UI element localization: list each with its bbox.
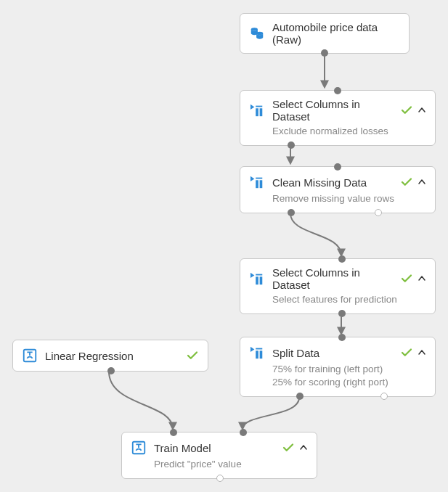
node-title: Clean Missing Data: [272, 176, 394, 189]
node-linear-regression[interactable]: Linear Regression: [12, 340, 208, 372]
svg-rect-11: [256, 350, 258, 358]
check-icon: [400, 104, 413, 117]
svg-rect-7: [256, 178, 262, 179]
node-title: Select Columns in Dataset: [272, 266, 394, 291]
select-columns-icon: [249, 271, 265, 287]
node-subtitle: Exclude normalized losses: [272, 125, 426, 138]
connector-lines: [0, 0, 448, 492]
node-train-model[interactable]: Train Model Predict "price" value: [121, 432, 317, 479]
check-icon: [282, 441, 295, 454]
node-split-data[interactable]: Split Data 75% for training (left port) …: [240, 337, 436, 397]
dataset-icon: [249, 25, 265, 41]
node-title: Train Model: [154, 442, 276, 454]
svg-rect-9: [260, 276, 263, 284]
svg-rect-10: [256, 274, 262, 276]
svg-rect-6: [260, 180, 263, 188]
select-columns-icon: [249, 174, 265, 190]
node-title: Split Data: [272, 347, 394, 359]
collapse-caret-icon[interactable]: [418, 106, 426, 115]
node-select-columns-1[interactable]: Select Columns in Dataset Exclude normal…: [240, 90, 436, 146]
svg-point-0: [251, 28, 258, 30]
check-icon: [400, 176, 413, 189]
node-automobile-price-data[interactable]: Automobile price data (Raw): [240, 13, 410, 54]
collapse-caret-icon[interactable]: [418, 274, 426, 283]
node-title: Linear Regression: [45, 350, 180, 362]
select-columns-icon: [249, 345, 265, 361]
model-icon: [131, 440, 147, 456]
node-subtitle-line2: 25% for scoring (right port): [272, 376, 426, 389]
node-subtitle: Predict "price" value: [154, 458, 308, 471]
collapse-caret-icon[interactable]: [418, 178, 426, 186]
node-title: Automobile price data (Raw): [272, 21, 400, 46]
node-select-columns-2[interactable]: Select Columns in Dataset Select feature…: [240, 258, 436, 314]
pipeline-canvas[interactable]: Automobile price data (Raw) Select Colum…: [0, 0, 448, 492]
svg-rect-5: [256, 180, 258, 188]
svg-rect-8: [256, 276, 258, 284]
check-icon: [400, 346, 413, 359]
svg-rect-2: [256, 108, 258, 116]
collapse-caret-icon[interactable]: [299, 443, 308, 452]
svg-rect-12: [260, 350, 263, 358]
select-columns-icon: [249, 102, 265, 118]
node-clean-missing-data[interactable]: Clean Missing Data Remove missing value …: [240, 166, 436, 213]
node-subtitle-line1: 75% for training (left port): [272, 363, 426, 376]
svg-rect-4: [256, 106, 262, 107]
svg-rect-13: [256, 348, 262, 350]
node-subtitle: Remove missing value rows: [272, 192, 426, 205]
svg-point-1: [256, 32, 263, 35]
collapse-caret-icon[interactable]: [418, 348, 426, 357]
node-title: Select Columns in Dataset: [272, 98, 394, 123]
check-icon: [400, 272, 413, 285]
check-icon: [186, 349, 199, 362]
model-icon: [22, 348, 38, 364]
node-subtitle: Select features for prediction: [272, 293, 426, 306]
svg-rect-3: [260, 108, 263, 116]
